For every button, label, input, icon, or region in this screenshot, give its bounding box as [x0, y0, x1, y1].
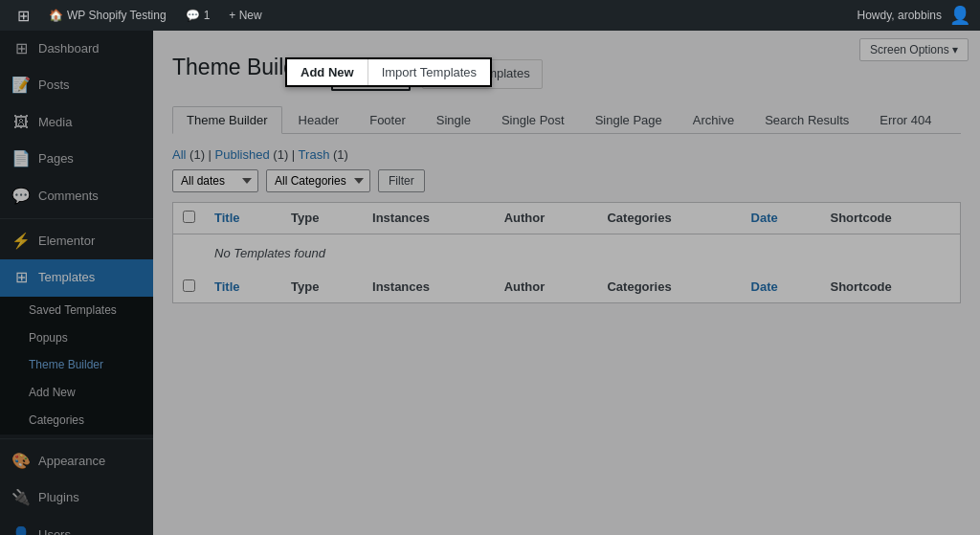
comments-count: 1 [204, 9, 211, 22]
sidebar-item-add-new[interactable]: Add New [0, 379, 153, 407]
sidebar-separator-2 [0, 438, 153, 439]
screen-options-button[interactable]: Screen Options ▾ [859, 38, 969, 61]
sidebar-item-posts[interactable]: 📝 Posts [0, 67, 153, 103]
sidebar-item-media[interactable]: 🖼 Media [0, 104, 153, 141]
tab-header[interactable]: Header [284, 106, 354, 133]
sidebar-item-comments[interactable]: 💬 Comments [0, 178, 153, 214]
sidebar-item-categories[interactable]: Categories [0, 407, 153, 435]
filter-links: All (1) | Published (1) | Trash (1) [172, 147, 961, 162]
sidebar-item-label: Appearance [38, 453, 105, 470]
theme-builder-label: Theme Builder [29, 357, 103, 373]
tfoot-author: Author [495, 272, 598, 303]
filter-all-link[interactable]: All [172, 147, 186, 162]
dashboard-icon: ⊞ [11, 38, 31, 59]
plugins-icon: 🔌 [11, 487, 31, 508]
tab-single[interactable]: Single [422, 106, 485, 133]
sidebar-item-label: Pages [38, 150, 74, 167]
categories-label: Categories [29, 412, 84, 429]
admin-bar-left: ⊞ 🏠 WP Shopify Testing 💬 1 + New [10, 0, 858, 31]
filter-button[interactable]: Filter [378, 169, 425, 192]
tfoot-instances: Instances [363, 272, 495, 303]
tfoot-date-link[interactable]: Date [751, 279, 778, 294]
filter-trash-link[interactable]: Trash [299, 147, 330, 162]
tfoot-checkbox [173, 272, 206, 303]
sidebar-separator-1 [0, 218, 153, 219]
main-content: Screen Options ▾ Theme Builder Add New I… [153, 31, 980, 535]
no-items-message: No Templates found [205, 234, 961, 272]
sidebar-item-label: Plugins [38, 489, 79, 506]
date-filter-select[interactable]: All dates [172, 169, 258, 192]
pages-icon: 📄 [11, 148, 31, 169]
filter-row: All dates All Categories Filter [172, 169, 961, 192]
modal-import-templates-button[interactable]: Import Templates [368, 59, 490, 85]
tab-single-page[interactable]: Single Page [581, 106, 677, 133]
th-categories: Categories [597, 202, 741, 234]
tab-archive[interactable]: Archive [679, 106, 748, 133]
filter-trash-count: (1) [333, 147, 348, 162]
table-footer-row: Title Type Instances Author Categories D… [173, 272, 961, 303]
no-items-row: No Templates found [173, 234, 961, 272]
sidebar-submenu-templates: Saved Templates Popups Theme Builder Add… [0, 297, 153, 435]
sidebar: ⊞ Dashboard 📝 Posts 🖼 Media 📄 Pages 💬 Co… [0, 31, 153, 535]
admin-bar-site[interactable]: 🏠 WP Shopify Testing [41, 0, 174, 31]
filter-sep-2: | [292, 147, 299, 162]
sidebar-item-saved-templates[interactable]: Saved Templates [0, 297, 153, 324]
site-name: WP Shopify Testing [67, 9, 167, 22]
no-items-checkbox-cell [173, 234, 206, 272]
elementor-icon: ⚡ [11, 231, 31, 252]
select-all-checkbox[interactable] [183, 211, 195, 223]
admin-bar-right: Howdy, arobbins 👤 [858, 5, 971, 26]
tfoot-categories: Categories [597, 272, 741, 303]
modal-add-new-button[interactable]: Add New [287, 59, 368, 85]
popups-label: Popups [29, 330, 68, 346]
sidebar-item-label: Elementor [38, 233, 95, 250]
templates-table: Title Type Instances Author Categories D… [172, 202, 961, 303]
title-sort-link[interactable]: Title [214, 211, 240, 225]
tab-search-results[interactable]: Search Results [750, 106, 863, 133]
add-new-label: Add New [29, 385, 76, 401]
tfoot-title-link[interactable]: Title [214, 279, 240, 294]
th-checkbox [173, 202, 206, 234]
table-header-row: Title Type Instances Author Categories D… [173, 202, 961, 234]
sidebar-item-users[interactable]: 👤 Users [0, 517, 153, 536]
comments-icon: 💬 [186, 9, 200, 22]
posts-icon: 📝 [11, 75, 31, 96]
tab-theme-builder[interactable]: Theme Builder [172, 106, 282, 134]
users-icon: 👤 [11, 524, 31, 536]
th-instances: Instances [363, 202, 495, 234]
sidebar-item-appearance[interactable]: 🎨 Appearance [0, 443, 153, 479]
page-tabs: Theme Builder Header Footer Single Singl… [172, 106, 961, 134]
th-date: Date [742, 202, 821, 234]
sidebar-item-label: Comments [38, 188, 99, 205]
th-shortcode: Shortcode [821, 202, 961, 234]
tab-error-404[interactable]: Error 404 [865, 106, 946, 133]
screen-options-bar: Screen Options ▾ [848, 31, 980, 69]
admin-bar-wp-logo[interactable]: ⊞ [10, 0, 37, 31]
select-all-bottom-checkbox[interactable] [183, 279, 195, 292]
filter-published-link[interactable]: Published [215, 147, 270, 162]
sidebar-item-pages[interactable]: 📄 Pages [0, 141, 153, 177]
admin-bar-new[interactable]: + New [221, 0, 269, 31]
sidebar-item-popups[interactable]: Popups [0, 324, 153, 352]
table-body: No Templates found [173, 234, 961, 272]
tab-footer[interactable]: Footer [355, 106, 420, 133]
admin-bar: ⊞ 🏠 WP Shopify Testing 💬 1 + New Howdy, … [0, 0, 980, 31]
media-icon: 🖼 [11, 112, 31, 133]
new-label: + New [229, 9, 261, 22]
sidebar-item-theme-builder[interactable]: Theme Builder [0, 351, 153, 379]
th-type: Type [281, 202, 363, 234]
site-icon: 🏠 [49, 9, 63, 22]
filter-all-count: (1) [189, 147, 205, 162]
tab-single-post[interactable]: Single Post [487, 106, 579, 133]
templates-icon: ⊞ [11, 267, 31, 288]
tfoot-title: Title [205, 272, 281, 303]
sidebar-item-templates[interactable]: ⊞ Templates [0, 259, 153, 296]
sidebar-item-plugins[interactable]: 🔌 Plugins [0, 479, 153, 516]
sidebar-item-dashboard[interactable]: ⊞ Dashboard [0, 31, 153, 67]
tfoot-shortcode: Shortcode [821, 272, 961, 303]
sidebar-item-elementor[interactable]: ⚡ Elementor [0, 223, 153, 259]
admin-bar-comments[interactable]: 💬 1 [178, 0, 218, 31]
tfoot-type: Type [281, 272, 363, 303]
category-filter-select[interactable]: All Categories [266, 169, 370, 192]
date-sort-link[interactable]: Date [751, 211, 778, 225]
